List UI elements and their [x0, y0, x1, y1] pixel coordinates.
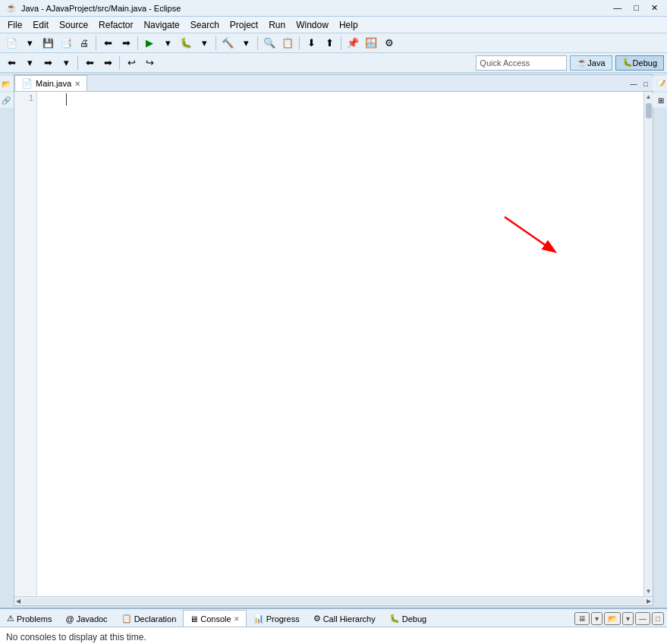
java-perspective-button[interactable]: ☕ Java	[570, 55, 612, 71]
left-panel-btn1[interactable]: 📂	[0, 76, 14, 91]
save-button[interactable]: 💾	[39, 36, 56, 51]
tab-call-hierarchy[interactable]: ⚙ Call Hierarchy	[307, 610, 382, 627]
editor-hscrollbar[interactable]: ◀ ▶	[14, 596, 653, 605]
minimize-view-button[interactable]: 🪟	[363, 36, 379, 51]
sep2	[137, 36, 138, 50]
menu-run[interactable]: Run	[264, 18, 290, 32]
tab-maximize-btn[interactable]: □	[640, 79, 651, 90]
quick-access-box[interactable]: Quick Access	[476, 55, 567, 71]
editor-vscrollbar[interactable]: ▲ ▼	[643, 92, 653, 596]
menu-window[interactable]: Window	[291, 18, 333, 32]
menu-navigate[interactable]: Navigate	[139, 18, 184, 32]
tab-debug[interactable]: 🐛 Debug	[382, 610, 433, 627]
open-console-dropdown[interactable]: ▾	[622, 612, 634, 625]
prev-edit-button[interactable]: ⬅	[99, 36, 116, 51]
tab-declaration[interactable]: 📋 Declaration	[115, 610, 184, 627]
sep1	[96, 36, 96, 50]
next-edit-button[interactable]: ➡	[118, 36, 134, 51]
build-button[interactable]: 🔨	[219, 36, 236, 51]
call-hierarchy-icon: ⚙	[313, 614, 321, 624]
search-button[interactable]: 🔍	[261, 36, 278, 51]
editor-tab-main[interactable]: 📄 Main.java ✕	[14, 75, 87, 91]
scroll-thumb[interactable]	[646, 103, 652, 118]
menu-search[interactable]: Search	[186, 18, 224, 32]
new-dropdown[interactable]: ▾	[21, 36, 38, 51]
forward-button[interactable]: ➡	[39, 55, 56, 71]
javadoc-icon: @	[65, 614, 74, 624]
sep4	[257, 36, 258, 50]
right-panel-btn2[interactable]: ⊞	[653, 93, 667, 108]
left-panel-btn2[interactable]: 🔗	[0, 93, 14, 108]
menu-project[interactable]: Project	[225, 18, 263, 32]
new-console-button[interactable]: 🖥	[574, 612, 590, 625]
editor-container: 📄 Main.java ✕ — □ 1	[14, 74, 653, 606]
editor-tab-icon: 📄	[21, 78, 33, 89]
menu-help[interactable]: Help	[335, 18, 363, 32]
save-all-button[interactable]: 📑	[58, 36, 74, 51]
pin-button[interactable]: 📌	[345, 36, 361, 51]
editor-tab-close-btn[interactable]: ✕	[74, 80, 80, 88]
scroll-down-arrow[interactable]: ▼	[644, 586, 653, 596]
back-dropdown[interactable]: ▾	[21, 55, 38, 71]
build-dropdown[interactable]: ▾	[238, 36, 254, 51]
next-annotation-button[interactable]: ⬇	[303, 36, 319, 51]
hscroll-left-arrow[interactable]: ◀	[14, 598, 22, 605]
new-button[interactable]: 📄	[3, 36, 20, 51]
tab-console[interactable]: 🖥 Console ✕	[183, 610, 246, 627]
console-tab-close[interactable]: ✕	[234, 615, 240, 623]
prev-annotation-button[interactable]: ⬆	[321, 36, 338, 51]
window-title: Java - AJavaProject/src/Main.java - Ecli…	[21, 4, 181, 13]
debug-perspective-button[interactable]: 🐛 Debug	[615, 55, 664, 71]
debug-button[interactable]: 🐛	[178, 36, 194, 51]
bottom-tab-list: ⚠ Problems @ Javadoc 📋 Declaration 🖥 Con…	[0, 610, 433, 627]
code-area[interactable]	[37, 92, 643, 596]
maximize-bottom-btn[interactable]: □	[652, 612, 664, 625]
left-side-panel: 📂 🔗	[0, 73, 12, 608]
sep7	[77, 56, 78, 70]
menu-source[interactable]: Source	[55, 18, 93, 32]
forward-dropdown[interactable]: ▾	[58, 55, 74, 71]
scroll-up-arrow[interactable]: ▲	[644, 92, 653, 102]
close-button[interactable]: ✕	[648, 3, 661, 13]
run-dropdown[interactable]: ▾	[159, 36, 176, 51]
java-perspective-icon: ☕	[577, 58, 587, 68]
menu-bar: File Edit Source Refactor Navigate Searc…	[0, 17, 667, 33]
prev-edit2-button[interactable]: ⬅	[81, 55, 98, 71]
tab-problems[interactable]: ⚠ Problems	[0, 610, 58, 627]
editor-tabs: 📄 Main.java ✕ — □	[14, 75, 653, 92]
maximize-button[interactable]: □	[631, 3, 642, 13]
display-dropdown-button[interactable]: ▾	[591, 612, 603, 625]
debug-perspective-label: Debug	[633, 58, 657, 68]
progress-icon: 📊	[253, 614, 264, 624]
debug-perspective-icon: 🐛	[622, 58, 633, 68]
right-panel-btn1[interactable]: 📝	[653, 76, 667, 91]
debug-dropdown[interactable]: ▾	[196, 36, 212, 51]
print-button[interactable]: 🖨	[76, 36, 93, 51]
tab-javadoc[interactable]: @ Javadoc	[58, 610, 114, 627]
main-area: 📂 🔗 📄 Main.java ✕ — □ 1	[0, 73, 667, 608]
sep5	[299, 36, 300, 50]
toolbar-settings[interactable]: ⚙	[381, 36, 398, 51]
minimize-button[interactable]: —	[610, 3, 625, 13]
back-button[interactable]: ⬅	[3, 55, 20, 71]
run-button[interactable]: ▶	[141, 36, 158, 51]
tab-controls: — □	[627, 77, 653, 91]
undo-button[interactable]: ↩	[123, 55, 140, 71]
hscroll-right-arrow[interactable]: ▶	[645, 598, 653, 605]
next-edit2-button[interactable]: ➡	[99, 55, 116, 71]
bottom-tab-controls: 🖥 ▾ 📂 ▾ — □	[571, 611, 667, 627]
menu-edit[interactable]: Edit	[28, 18, 53, 32]
tab-progress[interactable]: 📊 Progress	[247, 610, 307, 627]
title-bar: ☕ Java - AJavaProject/src/Main.java - Ec…	[0, 0, 667, 17]
open-type-button[interactable]: 📋	[279, 36, 296, 51]
bottom-tabs: ⚠ Problems @ Javadoc 📋 Declaration 🖥 Con…	[0, 609, 667, 627]
tab-minimize-btn[interactable]: —	[628, 79, 639, 90]
menu-refactor[interactable]: Refactor	[94, 18, 137, 32]
open-console-button[interactable]: 📂	[604, 612, 621, 625]
problems-icon: ⚠	[7, 614, 14, 624]
editor-body[interactable]: 1 ▲ ▼	[14, 92, 653, 596]
text-cursor	[66, 93, 67, 105]
redo-button[interactable]: ↪	[141, 55, 158, 71]
menu-file[interactable]: File	[3, 18, 27, 32]
minimize-bottom-btn[interactable]: —	[635, 612, 650, 625]
